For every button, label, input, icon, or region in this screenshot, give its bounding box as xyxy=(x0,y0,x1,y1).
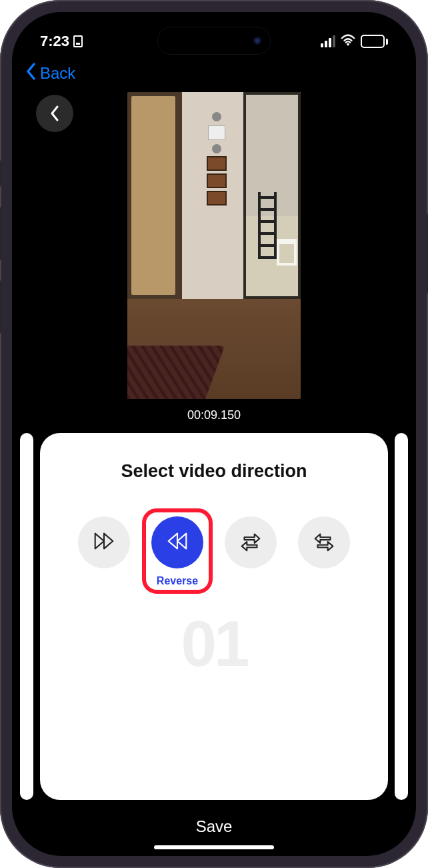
side-buttons-left xyxy=(0,160,1,354)
direction-swap-a[interactable] xyxy=(225,516,277,568)
back-button[interactable]: Back xyxy=(40,64,75,83)
timecode-label: 00:09.150 xyxy=(12,408,416,422)
next-sheet-peek[interactable] xyxy=(395,433,408,800)
rewind-icon xyxy=(165,528,190,556)
id-card-icon xyxy=(73,35,83,47)
status-time: 7:23 xyxy=(40,33,69,50)
swap-right-left-icon xyxy=(238,528,263,556)
prev-sheet-peek[interactable] xyxy=(20,433,33,800)
sheet-row: Select video direction xyxy=(12,433,416,800)
sheet-title: Select video direction xyxy=(121,461,307,482)
swap-left-right-icon xyxy=(311,528,337,556)
fast-forward-icon xyxy=(91,528,117,556)
direction-forward[interactable] xyxy=(78,516,130,568)
video-preview[interactable] xyxy=(12,89,416,399)
direction-reverse-label: Reverse xyxy=(157,575,198,587)
dynamic-island xyxy=(157,27,271,55)
save-button[interactable]: Save xyxy=(12,800,416,845)
screen: 7:23 70 Back xyxy=(12,12,416,856)
direction-reverse[interactable]: Reverse xyxy=(151,516,203,587)
nav-bar: Back xyxy=(12,56,416,89)
front-camera-icon xyxy=(253,36,262,45)
video-back-button[interactable] xyxy=(36,95,73,132)
direction-swap-b[interactable] xyxy=(298,516,350,568)
battery-icon: 70 xyxy=(361,35,388,48)
direction-sheet: Select video direction xyxy=(40,433,388,800)
page-number: 01 xyxy=(181,607,247,681)
wifi-icon xyxy=(341,33,355,50)
chevron-left-icon[interactable] xyxy=(25,63,37,84)
home-indicator[interactable] xyxy=(154,845,274,849)
phone-frame: 7:23 70 Back xyxy=(0,0,428,868)
battery-percent: 70 xyxy=(374,37,383,47)
cellular-signal-icon xyxy=(321,35,335,47)
video-frame xyxy=(127,92,301,399)
content-area: 00:09.150 Select video direction xyxy=(12,89,416,856)
direction-options: Reverse xyxy=(78,516,350,587)
